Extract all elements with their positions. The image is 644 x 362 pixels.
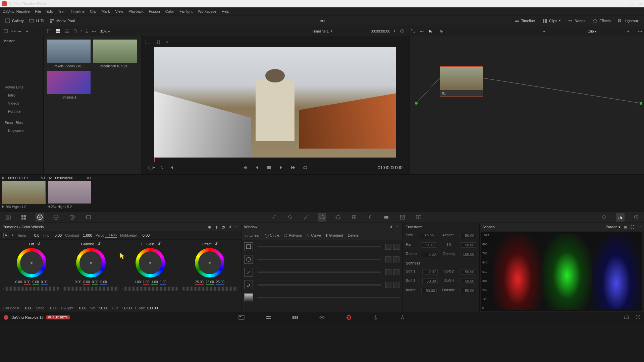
curve-shape-button[interactable] bbox=[244, 268, 253, 277]
home-icon[interactable] bbox=[624, 314, 629, 320]
menu-item[interactable]: Fusion bbox=[149, 9, 160, 13]
gamma-jog[interactable] bbox=[63, 287, 119, 291]
color-wheels-icon[interactable] bbox=[36, 213, 44, 222]
timeline-name[interactable]: Timeline 1 bbox=[312, 29, 329, 33]
qualifier-icon[interactable] bbox=[302, 213, 310, 222]
menu-item[interactable]: Clip bbox=[90, 9, 96, 13]
scope-mode[interactable]: Parade ▾ bbox=[605, 225, 621, 229]
soft2-value[interactable]: 50.00 bbox=[461, 269, 476, 275]
viewer-timecode[interactable]: 00:00:00:00 bbox=[371, 29, 390, 33]
shape-toggle[interactable] bbox=[385, 282, 391, 288]
auto-balance-icon[interactable]: A bbox=[3, 233, 8, 238]
luts-button[interactable]: LUTs bbox=[26, 17, 47, 24]
viewer-scrubber[interactable] bbox=[154, 159, 396, 162]
gradient-tab[interactable]: ▮Gradient bbox=[326, 233, 343, 238]
hilight-value[interactable]: 0.00 bbox=[75, 306, 87, 310]
temp-value[interactable]: 0.0 bbox=[28, 233, 39, 237]
stop-icon[interactable] bbox=[265, 164, 273, 171]
pivot-value[interactable]: 0.435 bbox=[105, 233, 117, 238]
gain-wheel[interactable] bbox=[136, 248, 165, 278]
menu-item[interactable]: DaVinci Resolve bbox=[3, 9, 30, 13]
bin-item[interactable]: Intro bbox=[2, 91, 41, 99]
lift-jog[interactable] bbox=[3, 287, 59, 291]
tilt-value[interactable]: 50.00 bbox=[461, 242, 476, 248]
play-icon[interactable] bbox=[277, 164, 285, 171]
edit-page-icon[interactable] bbox=[292, 314, 299, 321]
bars-mode-icon[interactable]: ⫼ bbox=[215, 225, 218, 229]
close-button[interactable]: ✕ bbox=[639, 2, 642, 6]
color-page-icon[interactable] bbox=[345, 314, 352, 321]
menu-item[interactable]: Help bbox=[222, 9, 229, 13]
hand-icon[interactable] bbox=[438, 27, 445, 35]
rotate-value[interactable]: 0.00 bbox=[422, 252, 437, 257]
scopes-icon[interactable] bbox=[616, 213, 625, 222]
view-options-icon[interactable]: ▾ bbox=[148, 164, 155, 171]
key-icon[interactable] bbox=[382, 213, 391, 222]
camera-raw-icon[interactable] bbox=[3, 213, 12, 222]
inside-value[interactable]: 50.00 bbox=[421, 288, 437, 293]
master-bin[interactable]: Master bbox=[2, 39, 41, 43]
clip-thumbnail[interactable]: production ID 519... bbox=[93, 40, 137, 68]
rgb-mixer-icon[interactable] bbox=[68, 213, 76, 222]
settings-icon[interactable] bbox=[635, 314, 641, 320]
mute-icon[interactable] bbox=[169, 164, 176, 171]
viewer-image[interactable] bbox=[154, 47, 396, 158]
menu-item[interactable]: Playback bbox=[128, 9, 144, 13]
bypass-icon[interactable] bbox=[398, 27, 406, 35]
reset-icon[interactable]: ↺ bbox=[37, 242, 40, 246]
window-icon[interactable] bbox=[318, 213, 326, 222]
colboost-value[interactable]: 0.00 bbox=[21, 306, 33, 310]
next-frame-icon[interactable] bbox=[289, 164, 297, 171]
menu-item[interactable]: Workspace bbox=[198, 9, 216, 13]
linear-tab[interactable]: ▭Linear bbox=[245, 233, 260, 238]
shape-toggle[interactable] bbox=[393, 269, 399, 275]
polygon-tab[interactable]: ⬠Polygon bbox=[284, 233, 302, 238]
menu-item[interactable]: Timeline bbox=[71, 9, 85, 13]
picker-icon[interactable]: ⌖ bbox=[12, 233, 14, 237]
loop-icon[interactable] bbox=[302, 164, 309, 171]
maximize-button[interactable]: ▢ bbox=[630, 2, 633, 6]
gain-jog[interactable] bbox=[122, 287, 178, 291]
menu-item[interactable]: Mark bbox=[102, 9, 110, 13]
bin-item[interactable]: Fortnite bbox=[2, 107, 41, 115]
size-value[interactable]: 50.00 bbox=[420, 233, 435, 238]
tint-value[interactable]: 0.00 bbox=[50, 233, 62, 237]
cut-page-icon[interactable] bbox=[265, 314, 272, 321]
shape-toggle[interactable] bbox=[393, 244, 399, 250]
middetail-value[interactable]: 0.00 bbox=[138, 233, 150, 237]
tracker-icon[interactable] bbox=[334, 213, 342, 222]
more-icon[interactable]: ⋯ bbox=[235, 225, 238, 229]
curve-tab[interactable]: ∿Curve bbox=[307, 233, 321, 238]
shape-toggle[interactable] bbox=[393, 282, 399, 288]
timeline-button[interactable]: Timeline bbox=[512, 17, 538, 24]
shape-toggle[interactable] bbox=[385, 256, 391, 262]
node-graph[interactable]: 01 bbox=[409, 36, 644, 174]
blur-icon[interactable] bbox=[366, 213, 375, 222]
keyframe-icon[interactable] bbox=[600, 213, 608, 222]
deliver-page-icon[interactable] bbox=[399, 314, 406, 321]
picker-icon[interactable]: ⊹ bbox=[140, 242, 143, 246]
menu-item[interactable]: Color bbox=[165, 9, 174, 13]
shape-toggle[interactable] bbox=[385, 244, 391, 250]
clip-thumbnail[interactable]: Pexels Videos 278... bbox=[47, 40, 91, 68]
sizing-icon[interactable] bbox=[398, 213, 407, 222]
contrast-value[interactable]: 1.000 bbox=[81, 233, 92, 237]
lift-wheel[interactable] bbox=[17, 248, 46, 278]
menu-item[interactable]: Trim bbox=[58, 9, 65, 13]
wheel-mode-icon[interactable]: ◉ bbox=[208, 225, 211, 229]
zoom-level[interactable]: 31% ▾ bbox=[100, 29, 110, 33]
log-mode-icon[interactable]: ◔ bbox=[222, 225, 225, 229]
aspect-value[interactable]: 50.00 bbox=[461, 233, 476, 238]
menu-item[interactable]: Fairlight bbox=[179, 9, 193, 13]
offset-wheel[interactable] bbox=[195, 248, 224, 278]
shape-toggle[interactable] bbox=[393, 256, 399, 262]
powerbins-header[interactable]: Power Bins bbox=[2, 83, 41, 91]
fusion-page-icon[interactable] bbox=[319, 314, 325, 321]
circle-shape-button[interactable] bbox=[244, 255, 253, 264]
clips-button[interactable]: Clips▾ bbox=[540, 17, 563, 24]
shape-toggle[interactable] bbox=[385, 269, 391, 275]
sat-value[interactable]: 50.00 bbox=[97, 306, 108, 310]
soft4-value[interactable]: 50.00 bbox=[461, 279, 476, 284]
soft3-value[interactable]: 50.00 bbox=[422, 279, 438, 284]
corrector-node[interactable]: 01 bbox=[440, 66, 483, 97]
